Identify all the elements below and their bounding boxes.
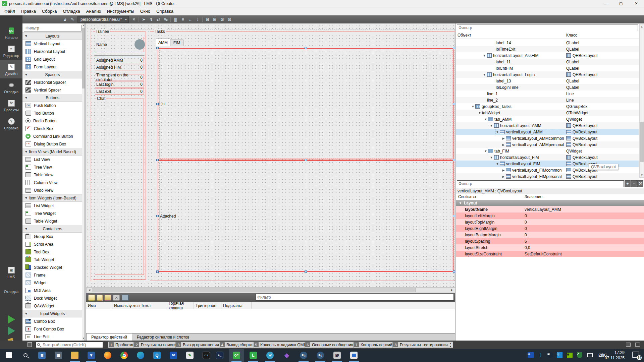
layout-splitter-horizontal-icon[interactable]: ↔ bbox=[187, 16, 193, 22]
scroll-left-icon[interactable]: ◄ bbox=[87, 288, 92, 292]
taskbar-icon-mail-app[interactable]: ✉ bbox=[169, 351, 177, 359]
mode-Редактор[interactable]: ≡Редактор bbox=[0, 42, 22, 60]
taskbar-icon-file-explorer[interactable] bbox=[71, 351, 79, 359]
progress-details-icon[interactable] bbox=[626, 343, 631, 347]
edit-tab-order-icon[interactable]: ↹ bbox=[163, 16, 169, 22]
tab-FIM[interactable]: FIM bbox=[170, 40, 183, 46]
tree-row-tabWidget[interactable]: ▼tabWidgetQTabWidget bbox=[456, 110, 639, 116]
remove-property-icon[interactable]: − bbox=[631, 180, 637, 187]
copy-action-icon[interactable] bbox=[97, 295, 102, 301]
minimize-button[interactable]: — bbox=[598, 0, 613, 7]
edit-signals-icon[interactable]: ↯ bbox=[148, 16, 154, 22]
widget-item-tab-widget[interactable]: Tab Widget bbox=[22, 256, 83, 263]
scroll-up-icon[interactable]: ▲ bbox=[640, 24, 644, 29]
tree-row-verticalLayout_AMMcommon[interactable]: ▶verticalLayout_AMMcommonQVBoxLayout bbox=[456, 135, 639, 141]
widget-item-check-box[interactable]: Check Box bbox=[22, 125, 83, 132]
selection-handle[interactable] bbox=[156, 270, 159, 273]
property-row-layoutSizeConstraint[interactable]: layoutSizeConstraintSetDefaultConstraint bbox=[456, 251, 644, 257]
widget-item-vertical-spacer[interactable]: Vertical Spacer bbox=[22, 86, 83, 94]
taskbar-icon-floppy-app[interactable]: ▼ bbox=[87, 351, 95, 359]
tray-steam-icon[interactable]: ◉ bbox=[547, 352, 553, 358]
taskbar-icon-qt-creator[interactable]: QC bbox=[232, 351, 240, 359]
value-column-header[interactable]: Значение bbox=[525, 194, 542, 199]
mode-Справка[interactable]: ?Справка bbox=[0, 115, 22, 133]
taskbar-icon-calculator[interactable]: ▦ bbox=[54, 351, 62, 359]
widget-item-list-widget[interactable]: List Widget bbox=[22, 202, 83, 209]
configure-properties-icon[interactable]: ⚒ bbox=[637, 180, 643, 187]
maximize-button[interactable]: ▢ bbox=[613, 0, 629, 7]
widget-item-tool-button[interactable]: ~Tool Button bbox=[22, 109, 83, 117]
stat-row-0[interactable]: Assigned AMM0 bbox=[95, 57, 144, 63]
tree-row-verticalLayout_AMMpersonal[interactable]: ▶verticalLayout_AMMpersonalQVBoxLayout bbox=[456, 141, 639, 148]
widgetbox-section-Item Widgets (Item-Based)[interactable]: ▼Item Widgets (Item-Based) bbox=[22, 194, 83, 202]
stat-row2-1[interactable]: Last login0 bbox=[95, 81, 144, 87]
locator-search-input[interactable] bbox=[36, 342, 103, 348]
menu-item-Правка[interactable]: Правка bbox=[18, 8, 39, 15]
selection-handle[interactable] bbox=[305, 159, 307, 161]
taskbar-icon-fork-app[interactable]: Ψ bbox=[266, 351, 274, 359]
widget-item-mdi-area[interactable]: MDI Area bbox=[22, 287, 83, 294]
property-value[interactable]: verticalLayout_AMM bbox=[523, 206, 644, 213]
widget-item-dock-widget[interactable]: Dock Widget bbox=[22, 294, 83, 302]
property-value[interactable]: 0 bbox=[523, 225, 644, 232]
widgetbox-section-Layouts[interactable]: ▼Layouts bbox=[22, 32, 83, 40]
tree-row-lblTimeExit[interactable]: lblTimeExitQLabel bbox=[456, 46, 639, 52]
widget-item-vertical-layout[interactable]: Vertical Layout bbox=[22, 40, 83, 48]
taskbar-icon-search[interactable] bbox=[21, 351, 30, 359]
property-value[interactable]: 6 bbox=[523, 238, 644, 244]
taskbar-icon-lms-app[interactable]: L bbox=[249, 351, 257, 359]
taskbar-icon-firefox[interactable] bbox=[104, 351, 112, 359]
tree-row-lblLoginTime[interactable]: lblLoginTimeQLabel bbox=[456, 84, 639, 90]
selection-handle[interactable] bbox=[156, 159, 159, 161]
taskbar-icon-notepad[interactable]: ✎ bbox=[186, 351, 194, 359]
action-column-0[interactable]: Имя bbox=[86, 302, 112, 309]
layout-grid-icon[interactable]: ⊞ bbox=[212, 16, 218, 22]
chevron-down-icon[interactable]: ▼ bbox=[471, 105, 475, 108]
chevron-down-icon[interactable]: ▼ bbox=[483, 118, 488, 121]
selection-handle[interactable] bbox=[156, 103, 159, 105]
tree-row-verticalLayout_AMM[interactable]: ▼verticalLayout_AMMQVBoxLayout bbox=[456, 129, 639, 135]
widget-item-column-view[interactable]: Column View bbox=[22, 179, 83, 186]
widget-item-form-layout[interactable]: Form Layout bbox=[22, 63, 83, 71]
layout-horizontal-icon[interactable]: ||| bbox=[172, 16, 178, 22]
tree-row-tab_FIM[interactable]: ▼tab_FIMQWidget bbox=[456, 148, 639, 154]
tray-bluetooth-icon[interactable]: ᛒ bbox=[537, 352, 544, 358]
widget-item-tree-view[interactable]: Tree View bbox=[22, 163, 83, 171]
configure-icon[interactable] bbox=[122, 295, 128, 301]
run-button[interactable] bbox=[8, 315, 15, 324]
menu-item-Справка[interactable]: Справка bbox=[153, 8, 176, 15]
scrollbar-thumb[interactable] bbox=[92, 288, 416, 292]
widget-item-grid-layout[interactable]: Grid Layout bbox=[22, 55, 83, 63]
mode-Начало[interactable]: QCНачало bbox=[0, 24, 22, 42]
delete-action-icon[interactable]: ✕ bbox=[113, 295, 120, 301]
property-row-layoutName[interactable]: layoutNameverticalLayout_AMM bbox=[456, 206, 644, 213]
property-row-layoutStretch[interactable]: layoutStretch0,0 bbox=[456, 244, 644, 251]
widgetbox-section-Item Views (Model-Based)[interactable]: ▼Item Views (Model-Based) bbox=[22, 148, 83, 156]
tray-mail-icon[interactable]: ✉ bbox=[527, 352, 534, 358]
property-row-layoutSpacing[interactable]: layoutSpacing6 bbox=[456, 238, 644, 244]
close-button[interactable]: ✕ bbox=[629, 0, 644, 7]
tree-row-horizontalLayout_AMM[interactable]: ▼horizontalLayout_AMMQHBoxLayout bbox=[456, 122, 639, 129]
form-canvas[interactable]: Trainee Name Assigned AMM0Assigned FIM0 … bbox=[86, 23, 455, 287]
action-column-3[interactable]: Горячая клавиш bbox=[167, 302, 194, 309]
chevron-right-icon[interactable]: ▶ bbox=[501, 143, 506, 146]
adjust-size-icon[interactable]: ⊡ bbox=[226, 16, 232, 22]
layout-splitter-vertical-icon[interactable]: ↕ bbox=[195, 16, 201, 22]
tab-Редактор-действий[interactable]: Редактор действий bbox=[86, 334, 132, 341]
menu-item-Окно[interactable]: Окно bbox=[137, 8, 153, 15]
chevron-down-icon[interactable]: ▼ bbox=[489, 124, 494, 127]
taskbar-icon-q-app[interactable]: Q bbox=[153, 351, 161, 359]
chevron-down-icon[interactable]: ▼ bbox=[495, 162, 500, 166]
menu-item-Сборка[interactable]: Сборка bbox=[39, 8, 60, 15]
selection-handle[interactable] bbox=[453, 47, 455, 49]
property-row-layoutLeftMargin[interactable]: layoutLeftMargin0 bbox=[456, 213, 644, 219]
widget-item-command-link-button[interactable]: ➜Command Link Button bbox=[22, 132, 83, 140]
menu-item-Инструменты[interactable]: Инструменты bbox=[104, 8, 137, 15]
widget-item-frame[interactable]: Frame bbox=[22, 271, 83, 279]
property-row-layoutTopMargin[interactable]: layoutTopMargin0 bbox=[456, 219, 644, 225]
taskbar-icon-system-info[interactable]: ▤ bbox=[38, 351, 46, 359]
widget-item-horizontal-spacer[interactable]: Horizontal Spacer bbox=[22, 78, 83, 86]
output-pane-Основные-сообщения[interactable]: 6Основные сообщения bbox=[305, 342, 356, 348]
kit-project-label[interactable]: LMS bbox=[0, 275, 22, 279]
tab-Редактор-сигналов-и-слотов[interactable]: Редактор сигналов и слотов bbox=[132, 334, 194, 341]
